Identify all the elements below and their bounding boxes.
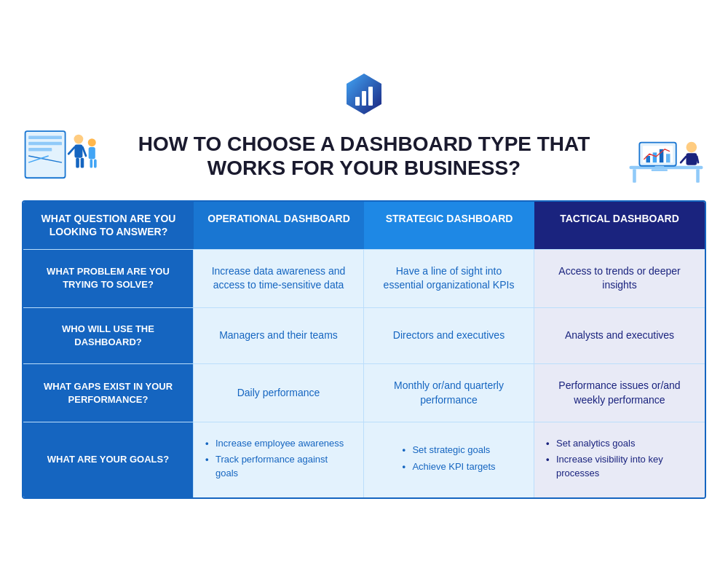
svg-rect-5: [28, 136, 62, 140]
svg-rect-18: [90, 160, 93, 168]
svg-rect-14: [76, 158, 79, 168]
strategic-gaps: Monthly or/and quarterly performance: [364, 364, 534, 422]
svg-line-34: [697, 157, 698, 162]
tactical-who: Analysts and executives: [534, 308, 705, 363]
tactical-goal-1: Set analytics goals: [546, 437, 693, 450]
svg-rect-6: [28, 142, 62, 146]
operational-goals-list: Increase employee awareness Track perfor…: [205, 437, 352, 483]
comparison-table: WHAT QUESTION ARE YOU LOOKING TO ANSWER?…: [22, 200, 706, 499]
right-illustration: [626, 123, 706, 189]
operational-gaps: Daily performance: [194, 364, 364, 422]
strategic-goals-list: Set strategic goals Achieve KPI targets: [402, 444, 495, 476]
question-goals: WHAT ARE YOUR GOALS?: [23, 422, 194, 497]
svg-rect-26: [653, 153, 657, 163]
strategic-goal-1: Set strategic goals: [402, 444, 495, 457]
table-row: WHO WILL USE THE DASHBOARD? Managers and…: [23, 307, 705, 363]
operational-problem: Increase data awareness and access to ti…: [194, 250, 364, 307]
operational-goal-1: Increase employee awareness: [205, 437, 352, 450]
header-strategic: STRATEGIC DASHBOARD: [364, 202, 534, 248]
tactical-problem: Access to trends or deeper insights: [534, 250, 705, 307]
svg-rect-3: [368, 87, 373, 106]
svg-point-31: [687, 142, 697, 153]
question-problem: WHAT PROBLEM ARE YOU TRYING TO SOLVE?: [23, 250, 194, 307]
svg-rect-22: [696, 169, 700, 182]
strategic-goal-2: Achieve KPI targets: [402, 460, 495, 473]
header-question: WHAT QUESTION ARE YOU LOOKING TO ANSWER?: [23, 202, 194, 248]
svg-rect-28: [666, 154, 670, 162]
left-illustration: [22, 123, 102, 189]
main-title: HOW TO CHOOSE A DASHBOARD TYPE THAT WORK…: [114, 132, 614, 181]
page-container: HOW TO CHOOSE A DASHBOARD TYPE THAT WORK…: [15, 58, 713, 513]
strategic-who: Directors and executives: [364, 308, 534, 363]
table-header-row: WHAT QUESTION ARE YOU LOOKING TO ANSWER?…: [23, 202, 705, 248]
question-gaps: WHAT GAPS EXIST IN YOUR PERFORMANCE?: [23, 364, 194, 422]
table-row: WHAT PROBLEM ARE YOU TRYING TO SOLVE? In…: [23, 249, 705, 307]
strategic-problem: Have a line of sight into essential orga…: [364, 250, 534, 307]
svg-rect-2: [362, 91, 366, 106]
tactical-goals: Set analytics goals Increase visibility …: [534, 422, 705, 497]
svg-rect-15: [81, 158, 84, 168]
tactical-goal-2: Increase visibility into key processes: [546, 453, 693, 479]
table-row: WHAT GAPS EXIST IN YOUR PERFORMANCE? Dai…: [23, 363, 705, 422]
svg-line-12: [68, 147, 74, 154]
title-row: HOW TO CHOOSE A DASHBOARD TYPE THAT WORK…: [22, 123, 706, 189]
logo-icon: [342, 72, 386, 116]
svg-rect-1: [355, 97, 360, 106]
table-row: WHAT ARE YOUR GOALS? Increase employee a…: [23, 422, 705, 497]
tactical-gaps: Performance issues or/and weekly perform…: [534, 364, 705, 422]
question-who: WHO WILL USE THE DASHBOARD?: [23, 308, 194, 363]
svg-rect-29: [654, 166, 664, 170]
operational-goals: Increase employee awareness Track perfor…: [194, 422, 364, 497]
header-operational: OPERATIONAL DASHBOARD: [194, 202, 364, 248]
svg-rect-19: [94, 160, 97, 168]
svg-line-13: [82, 147, 86, 156]
operational-who: Managers and their teams: [194, 308, 364, 363]
svg-line-33: [681, 157, 686, 162]
svg-point-10: [74, 135, 84, 144]
svg-rect-21: [633, 169, 636, 182]
svg-point-16: [88, 138, 96, 146]
header-tactical: TACTICAL DASHBOARD: [534, 202, 705, 248]
operational-goal-2: Track performance against goals: [205, 453, 352, 479]
svg-rect-17: [89, 147, 95, 160]
svg-rect-32: [687, 153, 697, 165]
tactical-goals-list: Set analytics goals Increase visibility …: [546, 437, 693, 483]
svg-rect-30: [652, 169, 668, 171]
svg-rect-11: [74, 145, 82, 158]
strategic-goals: Set strategic goals Achieve KPI targets: [364, 422, 534, 497]
svg-rect-7: [28, 148, 52, 151]
logo-area: [22, 72, 706, 116]
